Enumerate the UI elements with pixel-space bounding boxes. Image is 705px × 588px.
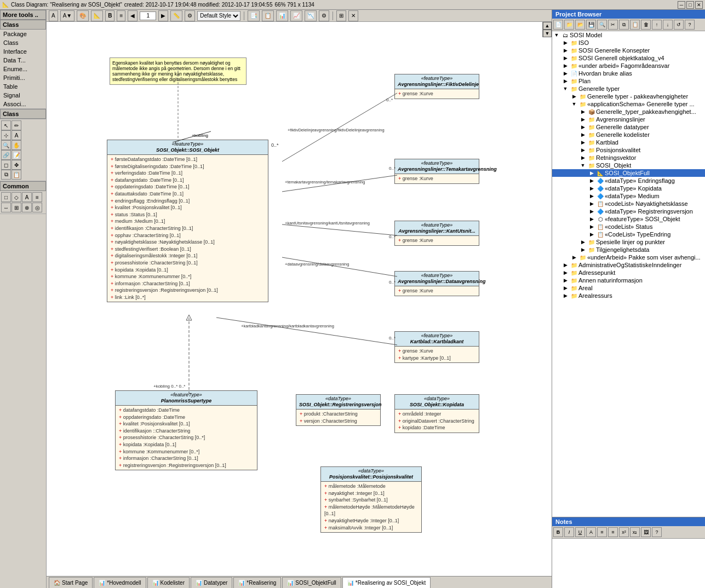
left-item-package[interactable]: Package: [0, 30, 46, 38]
tree-item-generelle_kodelister[interactable]: ▶📁Generelle kodelister: [552, 131, 705, 139]
tb-view6[interactable]: ⚙: [319, 10, 329, 21]
tab-start[interactable]: 🏠 Start Page: [49, 577, 93, 588]
tab-realisering[interactable]: 📊 *Realisering: [233, 577, 281, 588]
pb-btn-down[interactable]: ↓: [663, 20, 673, 30]
tb-format[interactable]: 📐: [91, 10, 103, 21]
tree-item-retningsvektor[interactable]: ▶📁Retningsvektor: [552, 154, 705, 162]
tb-btn2[interactable]: A▼: [60, 10, 75, 21]
tree-toggle-kartblad[interactable]: ▶: [578, 140, 587, 145]
class-kopidata[interactable]: «dataType» SOSI_Objekt::Kopidata + områd…: [394, 394, 479, 433]
notes-content[interactable]: [552, 539, 705, 588]
tb-view3[interactable]: 📊: [276, 10, 288, 21]
common-btn-4[interactable]: ≡: [32, 192, 42, 202]
scroll-dn-btn[interactable]: ▼: [543, 30, 552, 37]
tab-kodelister[interactable]: 📊 Kodelister: [147, 577, 190, 588]
tb-next[interactable]: ▶: [158, 10, 168, 21]
pb-btn-paste[interactable]: 📋: [630, 20, 640, 30]
tool-note[interactable]: 📝: [12, 150, 21, 160]
tab-sosi-full[interactable]: 📊 SOSI_ObjektFull: [282, 577, 341, 588]
tree-toggle-generelle_kodelister[interactable]: ▶: [578, 132, 587, 137]
tb-font-a[interactable]: A: [49, 10, 58, 21]
tree-item-app_schema[interactable]: ▼📁«applicationSchema» Generelle typer ..…: [552, 100, 705, 108]
left-item-primitiv[interactable]: Primiti...: [0, 73, 46, 82]
tb-bold[interactable]: B: [105, 10, 114, 21]
common-btn-2[interactable]: ◇: [12, 192, 21, 202]
tree-item-gt_pakke[interactable]: ▶📁Generelle typer - pakkeavhengigheter: [552, 93, 705, 100]
tree-toggle-adressepunkt[interactable]: ▶: [561, 270, 570, 275]
tool-text[interactable]: A: [12, 130, 21, 140]
pb-btn-refresh[interactable]: ↺: [674, 20, 684, 30]
tree-toggle-alias[interactable]: ▶: [561, 71, 570, 76]
tree-toggle-admin_stat[interactable]: ▶: [561, 262, 570, 268]
tb-view1[interactable]: 📑: [248, 10, 260, 21]
tool-paste[interactable]: 📋: [12, 170, 21, 180]
tree-item-generelle_datatyper[interactable]: ▶📁Generelle datatyper: [552, 123, 705, 131]
tb-view5[interactable]: 📉: [305, 10, 317, 21]
tb-color[interactable]: 🎨: [77, 10, 89, 21]
zoom-input[interactable]: [140, 11, 156, 20]
common-btn-1[interactable]: □: [1, 192, 11, 202]
pb-btn-new[interactable]: 📄: [553, 20, 563, 30]
tb-prev[interactable]: ◀: [128, 10, 137, 21]
left-item-enum[interactable]: Enume...: [0, 65, 46, 73]
tb-view4[interactable]: 📈: [290, 10, 302, 21]
class-section-header-2[interactable]: Class: [0, 109, 46, 119]
tree-item-under_arbeid[interactable]: ▶📁«under arbeid» Fagområdeansvar: [552, 62, 705, 70]
tree-toggle-endringsflagg[interactable]: ▶: [587, 178, 596, 183]
tree-item-status_cl[interactable]: ▶📋«codeList» Status: [552, 223, 705, 230]
left-item-interface[interactable]: Interface: [0, 47, 46, 56]
left-item-table[interactable]: Table: [0, 82, 46, 91]
tb-align[interactable]: ≡: [117, 10, 125, 21]
tree-toggle-app_schema[interactable]: ▼: [570, 101, 578, 107]
left-item-signal[interactable]: Signal: [0, 91, 46, 100]
tree-toggle-kopidata_dt[interactable]: ▶: [587, 186, 596, 191]
notes-color[interactable]: A: [586, 527, 596, 537]
notes-list2[interactable]: ≡: [608, 527, 618, 537]
tree-item-adressepunkt[interactable]: ▶📁Adressepunkt: [552, 269, 705, 276]
common-section-header[interactable]: Common: [0, 181, 46, 191]
tree-toggle-medium_dt[interactable]: ▶: [587, 193, 596, 199]
notes-help[interactable]: ?: [652, 527, 662, 537]
pb-btn-cut[interactable]: ✂: [608, 20, 618, 30]
notes-bold[interactable]: B: [553, 527, 563, 537]
tree-toggle-sosi_model[interactable]: ▼: [552, 32, 561, 38]
pb-btn-save[interactable]: 💾: [586, 20, 596, 30]
tree-item-areal[interactable]: ▶📁Areal: [552, 284, 705, 292]
common-btn-8[interactable]: ◎: [32, 203, 42, 212]
tree-item-noyaktighetsklasse[interactable]: ▶📋«codeList» Nøyaktighetsklasse: [552, 200, 705, 207]
tree-toggle-annen_natur[interactable]: ▶: [561, 278, 570, 283]
tree-toggle-generelle_typer[interactable]: ▼: [561, 86, 570, 91]
left-item-class1[interactable]: Class: [0, 38, 46, 47]
pb-btn-help[interactable]: ?: [685, 20, 695, 30]
common-btn-5[interactable]: ↔: [1, 203, 11, 212]
tree-item-typeendring_cl[interactable]: ▶📋«CodeList» TypeEndring: [552, 230, 705, 238]
tool-hand[interactable]: ✋: [12, 140, 21, 150]
tree-toggle-spesielle[interactable]: ▶: [578, 239, 587, 245]
notes-img[interactable]: 🖼: [641, 527, 651, 537]
class-kartblad[interactable]: «featureType» Kartblad::Kartbladkant + g…: [394, 331, 479, 363]
tab-hovedmodell[interactable]: 📊 *Hovedmodell: [94, 577, 146, 588]
tree-toggle-gt_pakke[interactable]: ▶: [570, 94, 578, 99]
tree-toggle-registreringsversjon_dt[interactable]: ▶: [587, 209, 596, 214]
tree-item-under_arbeid2[interactable]: ▶📁«underArbeid» Pakke som viser avhengi.…: [552, 253, 705, 261]
pb-btn-folder[interactable]: 📁: [564, 20, 574, 30]
tool-move[interactable]: ✥: [12, 160, 21, 170]
tree-item-sosi_objekt_full[interactable]: ▶📐SOSI_ObjektFull: [552, 169, 705, 177]
class-kantutsnitt[interactable]: «featureType» Avgrensningslinjer::KantUt…: [394, 221, 479, 246]
tree-item-posisjonskvalitet[interactable]: ▶📁Posisjonskvalitet: [552, 146, 705, 154]
tree-toggle-under_arbeid[interactable]: ▶: [561, 63, 570, 68]
tree-item-registreringsversjon_dt[interactable]: ▶🔷«dataType» Registreringsversjon: [552, 207, 705, 215]
class-regversjon[interactable]: «dataType» SOSI_Objekt::Registreringsver…: [296, 394, 381, 426]
left-item-associ[interactable]: Associ...: [0, 100, 46, 108]
tree-item-tilgjengelighetsdata[interactable]: ▶📁Tilgjengelighetsdata: [552, 246, 705, 253]
tool-copy[interactable]: ⧉: [1, 170, 11, 180]
class-temakart[interactable]: «featureType» Avgrensningslinjer::Temaka…: [394, 159, 479, 184]
class-fiktiv-delelinje[interactable]: «featureType» Avgrensningslinjer::Fiktiv…: [394, 74, 479, 99]
pb-btn-open[interactable]: 📂: [575, 20, 585, 30]
pb-btn-up[interactable]: ↑: [652, 20, 662, 30]
tree-toggle-noyaktighetsklasse[interactable]: ▶: [587, 201, 596, 206]
tool-select[interactable]: ⊹: [1, 130, 11, 140]
tree-item-sosi_objekt_ft[interactable]: ▶⬡«featureType» SOSI_Objekt: [552, 215, 705, 223]
tree-item-spesielle[interactable]: ▶📁Spesielle linjer og punkter: [552, 238, 705, 246]
tree-item-kartblad[interactable]: ▶📁Kartblad: [552, 139, 705, 146]
